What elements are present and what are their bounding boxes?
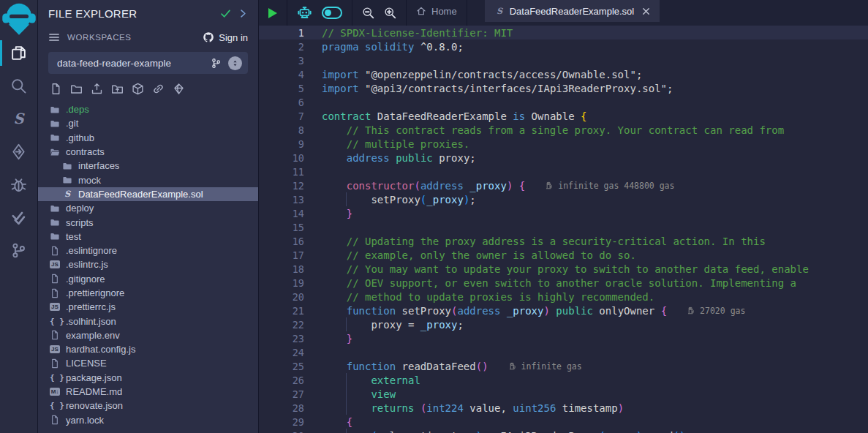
tree-item-hardhat-config-js[interactable]: JShardhat.config.js [38,342,258,356]
code-line-16[interactable]: 16 // Updating the proxy address is a se… [259,234,868,248]
zoom-in-icon[interactable] [384,7,396,19]
tree-item-test[interactable]: test [38,230,258,244]
tree-item-readme-md[interactable]: M↓README.md [38,385,258,399]
code-editor[interactable]: 1// SPDX-License-Identifier: MIT2pragma … [259,26,868,433]
tree-item-label: scripts [66,217,94,228]
tree-item-example-env[interactable]: example.env [38,328,258,342]
ai-assistant-robot-icon[interactable] [297,5,312,20]
git-branch-icon [10,242,27,259]
hamburger-menu-icon[interactable] [48,31,60,43]
code-line-19[interactable]: 19 // OEV support, or even switch to ano… [259,276,868,290]
code-line-25[interactable]: 25 function readDataFeed()infinite gas [259,359,868,373]
code-line-24[interactable]: 24 [259,345,868,359]
new-file-button[interactable] [50,83,62,95]
activity-bar: S [0,0,38,433]
code-line-26[interactable]: 26 external [259,373,868,387]
workspace-dropdown-button[interactable] [228,56,242,70]
solidity-compiler-button[interactable]: S [0,102,38,135]
solidity-unit-testing-button[interactable] [0,201,38,234]
js-icon: JS [50,260,60,268]
git-branch-icon[interactable] [211,58,222,69]
code-line-27[interactable]: 27 view [259,387,868,401]
sign-in-button[interactable]: Sign in [203,31,248,43]
check-icon[interactable] [220,7,231,20]
code-line-28[interactable]: 28 returns (int224 value, uint256 timest… [259,401,868,415]
tree-item-interfaces[interactable]: interfaces [38,159,258,173]
cube-button[interactable] [132,83,144,95]
tree-item--eslintignore[interactable]: .eslintignore [38,244,258,257]
line-number: 19 [259,277,304,289]
code-line-4[interactable]: 4import "@openzeppelin/contracts/access/… [259,67,868,81]
tree-item--prettierignore[interactable]: .prettierignore [38,286,258,300]
link-button[interactable] [152,83,165,95]
x-icon [642,7,650,15]
tree-item-label: DataFeedReaderExample.sol [78,189,203,200]
code-line-6[interactable]: 6 [259,95,868,109]
tree-item-contracts[interactable]: contracts [38,145,258,159]
code-line-2[interactable]: 2pragma solidity ^0.8.0; [259,39,868,53]
close-icon[interactable] [642,7,650,15]
new-folder-button[interactable] [70,83,83,95]
file-explorer-button[interactable] [0,37,38,69]
code-line-5[interactable]: 5import "@api3/contracts/interfaces/IApi… [259,81,868,95]
gas-estimate-text: infinite gas [521,361,582,372]
line-number: 7 [259,110,304,122]
tree-item-mock[interactable]: mock [38,173,258,187]
tree-item-license[interactable]: LICENSE [38,356,258,370]
workspace-selector[interactable]: data-feed-reader-example [48,52,248,74]
debugger-button[interactable] [0,168,38,201]
code-line-22[interactable]: 22 proxy = _proxy; [259,317,868,331]
tree-item-deploy[interactable]: deploy [38,201,258,215]
tree-item--github[interactable]: .github [38,131,258,145]
code-line-18[interactable]: 18 // You may want to update your proxy … [259,262,868,276]
code-line-14[interactable]: 14 } [259,206,868,220]
gem-button[interactable] [173,83,185,95]
tree-item-label: LICENSE [66,358,107,369]
remix-logo-icon[interactable] [0,0,38,37]
code-line-17[interactable]: 17 // example, only the owner is allowed… [259,248,868,262]
run-script-button[interactable] [268,8,277,18]
tree-item-package-json[interactable]: { }package.json [38,371,258,385]
octocat-icon [203,31,214,43]
tree-item-scripts[interactable]: scripts [38,215,258,229]
code-line-15[interactable]: 15 [259,220,868,234]
tab-home[interactable]: Home [407,0,467,22]
code-line-30[interactable]: 30 (value, timestamp) = IApi3ReaderProxy… [259,429,868,433]
code-line-12[interactable]: 12 constructor(address _proxy) {infinite… [259,178,868,192]
zoom-out-icon [362,7,374,19]
tree-item--git[interactable]: .git [38,116,258,130]
code-line-9[interactable]: 9 // multiple proxies. [259,137,868,151]
tree-item--prettierrc-js[interactable]: JS.prettierrc.js [38,300,258,314]
tree-item--solhint-json[interactable]: { }.solhint.json [38,314,258,328]
deploy-and-run-button[interactable] [0,135,38,168]
tree-item--eslintrc-js[interactable]: JS.eslintrc.js [38,257,258,271]
search-button[interactable] [0,69,38,102]
code-line-3[interactable]: 3 [259,53,868,67]
tree-item--deps[interactable]: .deps [38,102,258,116]
upload-file-button[interactable] [91,83,103,95]
git-button[interactable] [0,234,38,267]
tree-item-renovate-json[interactable]: { }renovate.json [38,399,258,413]
tree-item--gitignore[interactable]: .gitignore [38,272,258,286]
code-line-23[interactable]: 23 } [259,331,868,345]
code-line-20[interactable]: 20 // method to update proxies is highly… [259,290,868,304]
code-line-8[interactable]: 8 // This contract reads from a single p… [259,123,868,137]
tab-active-label: DataFeedReaderExample.sol [510,6,635,17]
ai-toggle-switch[interactable] [322,7,342,19]
tree-item-label: interfaces [78,160,119,171]
code-line-7[interactable]: 7contract DataFeedReaderExample is Ownab… [259,109,868,123]
zoom-in-icon [384,7,396,19]
tree-item-yarn-lock[interactable]: yarn.lock [38,413,258,427]
chevron-right-icon[interactable] [238,7,248,20]
code-line-10[interactable]: 10 address public proxy; [259,151,868,165]
code-text: // multiple proxies. [322,138,469,150]
code-line-29[interactable]: 29 { [259,415,868,429]
upload-folder-button[interactable] [111,83,124,95]
tab-datafeedreaderexample-sol[interactable]: S DataFeedReaderExample.sol [485,0,660,22]
code-line-1[interactable]: 1// SPDX-License-Identifier: MIT [259,26,868,39]
code-line-21[interactable]: 21 function setProxy(address _proxy) pub… [259,304,868,317]
tree-item-datafeedreaderexample-sol[interactable]: SDataFeedReaderExample.sol [38,187,258,201]
code-line-11[interactable]: 11 [259,165,868,178]
code-line-13[interactable]: 13 setProxy(_proxy); [259,192,868,206]
zoom-out-icon[interactable] [362,7,374,19]
